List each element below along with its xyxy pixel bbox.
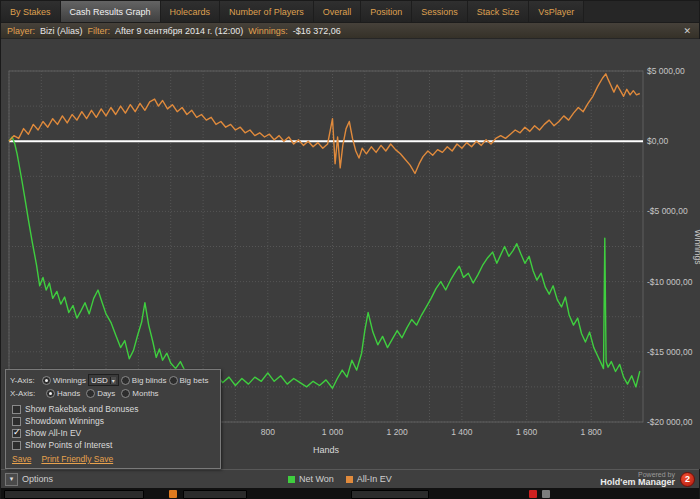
checkbox-icon [12,441,21,450]
player-value: Bizi (Alias) [40,26,83,36]
tab-stack-size[interactable]: Stack Size [468,1,530,22]
tab-number-of-players[interactable]: Number of Players [220,1,314,22]
taskbar [1,488,699,499]
radio-icon [121,389,130,398]
showdown-winnings-checkbox[interactable]: Showdown Winnings [12,416,216,426]
tab-sessions[interactable]: Sessions [412,1,468,22]
winnings-radio-label: Winnings [53,376,86,385]
svg-text:-$15 000,00: -$15 000,00 [647,347,693,357]
powered-by-block: Powered by Hold'em Manager 2 [600,470,695,488]
net-won-label: Net Won [299,474,334,484]
radio-icon [169,376,178,385]
filter-bar: Player: Bizi (Alias) Filter: After 9 сен… [1,23,699,39]
svg-text:1 800: 1 800 [581,427,603,437]
save-link[interactable]: Save [12,454,31,464]
months-radio[interactable]: Months [121,389,158,398]
radio-icon [42,376,51,385]
winnings-radio[interactable]: Winnings [42,376,86,385]
currency-value: USD [91,376,108,385]
svg-text:Winnings: Winnings [693,230,700,265]
chevron-down-icon: ▾ [110,377,116,384]
svg-text:1 200: 1 200 [387,427,409,437]
radio-icon [46,389,55,398]
powered-by-text: Powered by Hold'em Manager [600,471,675,488]
show-points-of-interest-label: Show Points of Interest [25,440,112,450]
svg-text:Hands: Hands [313,445,340,455]
svg-text:1 000: 1 000 [322,427,344,437]
chart-legend: Net Won All-In EV [288,470,392,488]
options-toggle-button[interactable]: ▾ Options [5,470,53,488]
months-radio-label: Months [132,389,158,398]
winnings-value: -$16 372,06 [293,26,341,36]
svg-text:800: 800 [261,427,275,437]
checkbox-icon [12,429,21,438]
tab-by-stakes[interactable]: By Stakes [1,1,61,22]
chart-area: 2004006008001 0001 2001 4001 6001 800Han… [1,39,700,469]
tab-holecards[interactable]: Holecards [161,1,221,22]
checkbox-icon [12,405,21,414]
y-axis-row: Y-Axis: Winnings USD ▾ Big blinds Big be… [10,374,216,386]
radio-icon [121,376,130,385]
winnings-label: Winnings: [248,26,288,36]
show-rakeback-checkbox[interactable]: Show Rakeback and Bonuses [12,404,216,414]
x-axis-row: X-Axis: Hands Days Months [10,389,216,398]
app-window: By Stakes Cash Results Graph Holecards N… [0,0,700,499]
big-blinds-radio-label: Big blinds [132,376,167,385]
taskbar-tray-icon[interactable] [542,490,550,498]
big-bets-radio[interactable]: Big bets [169,376,209,385]
svg-text:$0,00: $0,00 [647,136,669,146]
all-in-ev-swatch [346,476,353,483]
svg-text:1 600: 1 600 [516,427,538,437]
options-panel: Y-Axis: Winnings USD ▾ Big blinds Big be… [5,369,221,469]
svg-text:-$5 000,00: -$5 000,00 [647,206,688,216]
close-icon[interactable]: ✕ [681,26,693,36]
hands-radio[interactable]: Hands [46,389,80,398]
filter-label: Filter: [88,26,111,36]
chevron-icon: ▾ [5,473,18,486]
save-links-row: Save Print Friendly Save [12,454,113,464]
currency-select[interactable]: USD ▾ [88,374,119,386]
y-axis-label: Y-Axis: [10,376,40,385]
days-radio-label: Days [97,389,115,398]
x-axis-label: X-Axis: [10,389,40,398]
show-all-in-ev-label: Show All-In EV [25,428,81,438]
show-rakeback-label: Show Rakeback and Bonuses [25,404,138,414]
showdown-winnings-label: Showdown Winnings [25,416,104,426]
filter-value: After 9 сентября 2014 г. (12:00) [115,26,243,36]
show-points-of-interest-checkbox[interactable]: Show Points of Interest [12,440,216,450]
tab-cash-results-graph[interactable]: Cash Results Graph [61,1,161,22]
player-label: Player: [7,26,35,36]
days-radio[interactable]: Days [86,389,115,398]
big-bets-radio-label: Big bets [180,376,209,385]
tab-overall[interactable]: Overall [314,1,362,22]
taskbar-app-button[interactable] [4,490,144,499]
taskbar-button[interactable] [351,490,429,499]
legend-net-won: Net Won [288,474,334,484]
tab-bar: By Stakes Cash Results Graph Holecards N… [1,1,699,23]
taskbar-icon[interactable] [169,490,177,498]
options-label: Options [22,474,53,484]
legend-all-in-ev: All-In EV [346,474,392,484]
svg-text:-$20 000,00: -$20 000,00 [647,417,693,427]
big-blinds-radio[interactable]: Big blinds [121,376,167,385]
svg-text:-$10 000,00: -$10 000,00 [647,277,693,287]
brand-label: Hold'em Manager [600,478,675,487]
print-friendly-save-link[interactable]: Print Friendly Save [41,454,113,464]
taskbar-button[interactable] [183,490,247,499]
holdem-manager-logo: 2 [680,472,695,487]
taskbar-tray-icon[interactable] [529,490,537,498]
checkbox-icon [12,417,21,426]
footer-bar: ▾ Options Net Won All-In EV Powered by H… [1,469,699,488]
hands-radio-label: Hands [57,389,80,398]
tab-vsplayer[interactable]: VsPlayer [529,1,584,22]
svg-text:1 400: 1 400 [451,427,473,437]
tab-position[interactable]: Position [361,1,412,22]
radio-icon [86,389,95,398]
show-all-in-ev-checkbox[interactable]: Show All-In EV [12,428,216,438]
all-in-ev-label: All-In EV [357,474,392,484]
svg-text:$5 000,00: $5 000,00 [647,66,685,76]
net-won-swatch [288,476,295,483]
